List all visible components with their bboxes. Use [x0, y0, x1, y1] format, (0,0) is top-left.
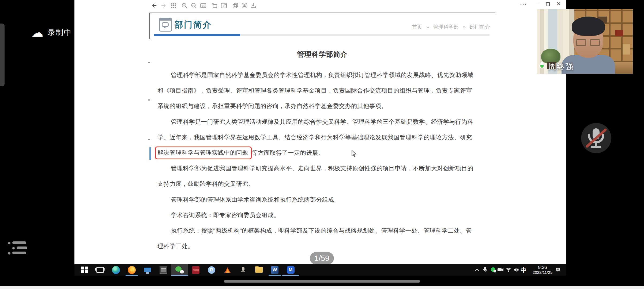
taskbar-matlab-button[interactable]: [219, 264, 236, 276]
taskbar-task-view-button[interactable]: [92, 264, 108, 276]
participant-hair: [572, 17, 605, 36]
mic-icon-stem: [595, 143, 597, 146]
taskbar-r-button[interactable]: R: [203, 264, 220, 276]
doc-line: 学。近年来，我国管理科学界在运用数学工具、结合经济学和行为科学等基础理论发展我国…: [157, 130, 498, 145]
r-app-icon: R: [208, 266, 215, 274]
minimize-icon[interactable]: [533, 0, 541, 8]
mindmanager-icon: mm: [192, 266, 199, 274]
green-dot-icon: [491, 267, 495, 272]
tray-volume-icon[interactable]: [513, 267, 519, 273]
horizontal-scrollbar[interactable]: [224, 280, 420, 283]
thumbnails-icon[interactable]: [170, 2, 177, 9]
edge-icon: [112, 266, 120, 274]
highlight-box: 解决管理科学与管理实践中的问题: [155, 147, 252, 159]
close-icon[interactable]: ✕: [554, 0, 563, 8]
running-indicator: [269, 275, 281, 276]
participant-name: 周终强: [548, 61, 574, 72]
image-viewer-icon: [160, 266, 167, 274]
bottom-bar: [0, 286, 644, 289]
svg-text:1:1: 1:1: [202, 5, 205, 7]
taskbar-wechat-button[interactable]: [171, 264, 188, 276]
breadcrumb-home[interactable]: 首页: [412, 24, 422, 30]
zoom-out-icon[interactable]: [190, 2, 197, 9]
participant-mic-icon: [539, 62, 545, 72]
tray-wechat-icon[interactable]: [490, 267, 496, 273]
taskbar-start-button[interactable]: [76, 264, 93, 276]
tray-mic-icon[interactable]: [482, 267, 488, 273]
page-edge-mark: [148, 139, 150, 140]
breadcrumb-department[interactable]: 管理科学部: [433, 24, 459, 30]
clock-time: 9:36: [530, 265, 555, 270]
document-body: 管理科学部是国家自然科学基金委员会的学术性管理机构，负责组织拟订管理科学领域的发…: [157, 67, 498, 254]
tray-action-center-icon[interactable]: [555, 267, 561, 273]
page-left-border: [149, 13, 150, 39]
taskbar-firefox-button[interactable]: [123, 264, 140, 276]
back-icon[interactable]: [151, 2, 158, 9]
doc-line: 和《项目指南》，负责受理、评审和管理各类管理科学基金项目，负责国际合作交流项目的…: [157, 83, 498, 98]
doc-line: 管理科学部为促进我国管理科学研究提高水平、走向世界，积极支持原创性强的项目申请，…: [157, 161, 498, 176]
matlab-icon: [223, 266, 231, 274]
section-icon: [159, 18, 172, 32]
taskbar-remote-monitor-button[interactable]: [139, 264, 156, 276]
mic-muted-button[interactable]: [581, 123, 611, 153]
wechat-icon: [175, 266, 184, 274]
breadcrumb-separator: »: [426, 24, 429, 30]
line-marker: [149, 147, 151, 160]
tray-camera-icon[interactable]: [497, 267, 504, 273]
restore-icon[interactable]: [544, 0, 552, 8]
doc-line: 管理科学是一门研究人类管理活动规律及其应用的综合性交叉科学。管理科学的三个基础是…: [157, 114, 498, 130]
side-panel-handle[interactable]: [0, 24, 5, 86]
doc-line: 执行系统：按照"两级机构"的框架构成，即科学部及下设的综合与战略规划处、管理科学…: [157, 223, 498, 238]
doc-line: 系统的组织与建设，承担重要科学问题的咨询，承办自然科学基金委交办的其他事项。: [157, 98, 498, 114]
highlighted-text: 解决管理科学与管理实践中的问题: [157, 149, 248, 156]
doc-line: 管理科学部是国家自然科学基金委员会的学术性管理机构，负责组织拟订管理科学领域的发…: [157, 67, 498, 83]
copy-pages-icon[interactable]: [232, 2, 239, 9]
tray-wifi-icon[interactable]: [505, 267, 512, 273]
save-download-icon[interactable]: [250, 2, 257, 9]
recorder-mic-icon: [241, 267, 245, 273]
taskbar-edge-button[interactable]: [108, 264, 124, 276]
tray-ime-indicator[interactable]: 中: [521, 266, 527, 275]
firefox-icon: [128, 266, 136, 274]
forward-icon[interactable]: [160, 2, 167, 9]
page-edge-mark: [148, 62, 150, 63]
running-indicator: [126, 275, 138, 276]
actual-size-icon[interactable]: 1:1: [200, 2, 207, 9]
windows-logo-icon: [81, 267, 88, 273]
cloud-icon: ☁: [32, 27, 43, 38]
section-underline: [154, 34, 489, 36]
tray-clock[interactable]: 9:36 2022/11/25: [530, 265, 555, 275]
recording-indicator[interactable]: ☁ 录制中: [32, 27, 72, 38]
doc-line-rest: 等方面取得了一定的进展。: [252, 149, 324, 157]
taskbar-image-viewer-button[interactable]: [155, 264, 172, 276]
edit-icon[interactable]: [220, 2, 227, 9]
tray-chevron-up-icon[interactable]: [474, 267, 480, 273]
mic-icon-base: [591, 146, 601, 148]
fit-page-icon[interactable]: [211, 2, 218, 9]
document-title: 管理科学部简介: [149, 50, 495, 59]
taskbar-word-button[interactable]: W: [266, 264, 283, 276]
outline-icon[interactable]: [8, 241, 27, 255]
taskbar-file-explorer-button[interactable]: [251, 264, 267, 276]
running-indicator: [282, 275, 299, 276]
breadcrumb: 首页 » 管理科学部 » 部门简介: [399, 24, 490, 30]
page-top-border: [149, 13, 495, 13]
breadcrumb-separator: »: [463, 24, 466, 30]
monitor-icon: [144, 268, 151, 272]
participant-video[interactable]: 周终强: [537, 9, 633, 74]
taskbar-meeting-button[interactable]: M: [282, 264, 299, 276]
participant-name-tag: 周终强: [539, 61, 574, 72]
breadcrumb-current[interactable]: 部门简介: [470, 24, 490, 30]
taskbar-recorder-button[interactable]: [235, 264, 251, 276]
more-options-icon[interactable]: ⋯: [519, 0, 528, 8]
zoom-in-icon[interactable]: [181, 2, 188, 9]
participant-glasses: [590, 39, 600, 46]
bookshelf-item: [623, 44, 630, 55]
recording-label: 录制中: [48, 28, 72, 38]
mouse-cursor: [351, 150, 358, 159]
taskbar-mindmanager-button[interactable]: mm: [187, 264, 204, 276]
file-explorer-icon: [255, 267, 263, 273]
scan-region-icon[interactable]: [241, 2, 248, 9]
page-edge-mark: [148, 99, 150, 101]
clock-date: 2022/11/25: [530, 270, 555, 275]
